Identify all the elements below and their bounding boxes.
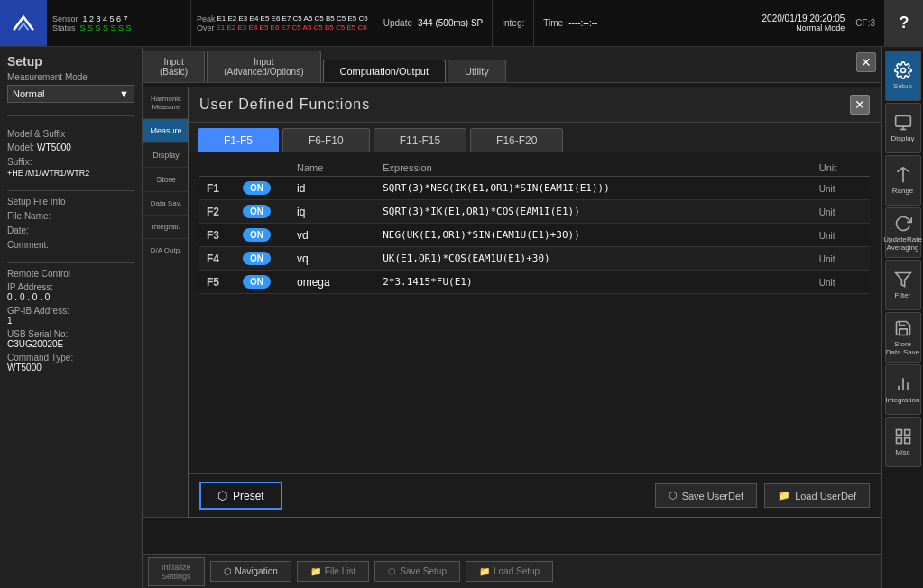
- initialize-button[interactable]: Initialize Settings: [148, 557, 205, 586]
- status-values: S S S S S S S: [80, 23, 132, 32]
- nav-integration[interactable]: Integrati.: [143, 216, 189, 239]
- setup-title: Setup: [7, 54, 134, 69]
- right-btn-store[interactable]: Store Data Save: [885, 312, 921, 363]
- table-row[interactable]: F3 ON vd NEG(UK(E1,OR1)*SIN(EAM1U(E1)+30…: [199, 224, 870, 247]
- preset-label: Preset: [233, 490, 264, 502]
- nav-data-save[interactable]: Data Sav.: [143, 192, 189, 216]
- time-label: Time: [543, 18, 563, 28]
- tab-input-basic[interactable]: Input (Basic): [143, 51, 205, 82]
- modal-tab-f6f10[interactable]: F6-F10: [282, 128, 370, 152]
- remote-control-label: Remote Control: [7, 269, 134, 279]
- table-row[interactable]: F5 ON omega 2*3.1415*FU(E1) Unit: [199, 271, 870, 294]
- fn-name: id: [297, 182, 305, 195]
- nav-icon: ⬡: [224, 566, 232, 576]
- fn-expression: SQRT(3)*IK(E1,OR1)*COS(EAM1I(E1)): [383, 206, 580, 217]
- right-btn-misc[interactable]: Misc: [885, 417, 921, 467]
- udf-modal: User Defined Functions ✕ F1-F5 F6-F10 F1…: [188, 87, 881, 518]
- right-btn-filter-label: Filter: [895, 291, 911, 299]
- fn-label: F1: [207, 182, 219, 195]
- nav-harmonic[interactable]: Harmonic Measure: [143, 87, 189, 119]
- sensor-label: Sensor: [52, 14, 78, 23]
- udf-footer: ⬡ Preset ⬡ Save UserDef 📁 Load UserDef: [189, 473, 881, 517]
- fn-name: vd: [297, 229, 309, 242]
- right-btn-store-label: Store Data Save: [886, 340, 919, 356]
- fn-expression: UK(E1,OR1)*COS(EAM1U(E1)+30): [383, 253, 549, 264]
- file-list-button[interactable]: 📁 File List: [297, 561, 369, 582]
- preset-button[interactable]: ⬡ Preset: [199, 482, 282, 510]
- gpib-label: GP-IB Address:: [7, 306, 134, 316]
- load-userdef-button[interactable]: 📁 Load UserDef: [764, 483, 870, 508]
- right-btn-update-label: UpdateRate Averaging: [883, 235, 922, 252]
- right-btn-update[interactable]: UpdateRate Averaging: [885, 207, 921, 258]
- command-value: WT5000: [7, 363, 134, 372]
- right-btn-setup[interactable]: Setup: [885, 51, 921, 101]
- fn-unit: Unit: [819, 231, 835, 241]
- modal-tab-f16f20[interactable]: F16-F20: [470, 128, 563, 152]
- nav-da-output[interactable]: D/A Outp.: [143, 239, 189, 262]
- tab-computation-output[interactable]: Computation/Output: [323, 60, 446, 82]
- load-label: Load UserDef: [795, 491, 856, 501]
- right-btn-display[interactable]: Display: [885, 103, 921, 153]
- udf-close-button[interactable]: ✕: [850, 95, 870, 115]
- modal-tab-f11f15[interactable]: F11-F15: [374, 128, 466, 152]
- integ-label: Integ:: [502, 18, 524, 28]
- on-badge[interactable]: ON: [243, 275, 271, 289]
- table-row[interactable]: F1 ON id SQRT(3)*NEG(IK(E1,OR1)*SIN(EAM1…: [199, 177, 870, 200]
- table-row[interactable]: F4 ON vq UK(E1,OR1)*COS(EAM1U(E1)+30) Un…: [199, 247, 870, 271]
- save-userdef-button[interactable]: ⬡ Save UserDef: [655, 483, 757, 508]
- save-setup-button[interactable]: ⬡ Save Setup: [374, 561, 460, 582]
- nav-display[interactable]: Display: [143, 143, 189, 168]
- col-unit: Unit: [812, 160, 870, 177]
- right-btn-integration[interactable]: Integration: [885, 364, 921, 415]
- modal-tab-f1f5[interactable]: F1-F5: [198, 128, 279, 152]
- mode: Normal Mode: [762, 23, 845, 32]
- update-info: Update 344 (500ms) SP: [374, 0, 494, 46]
- udf-header: User Defined Functions ✕: [189, 87, 881, 123]
- udf-table-area: Name Expression Unit F1 ON id SQRT(3)*NE…: [189, 152, 881, 473]
- tab-input-advanced[interactable]: Input (Advanced/Options): [207, 51, 320, 82]
- over-label: Over: [197, 23, 215, 32]
- modal-area: Harmonic Measure Measure Display Store D…: [143, 83, 881, 554]
- fn-label: F2: [207, 206, 219, 218]
- on-badge[interactable]: ON: [243, 252, 271, 265]
- integ-info: Integ:: [493, 0, 534, 46]
- right-btn-filter[interactable]: Filter: [885, 260, 921, 310]
- usb-value: C3UG20020E: [7, 339, 134, 349]
- fn-name: omega: [297, 276, 330, 289]
- measurement-mode-select[interactable]: Normal ▼: [7, 85, 134, 103]
- fn-unit: Unit: [819, 207, 835, 217]
- save-setup-label: Save Setup: [400, 566, 447, 576]
- footer-buttons: ⬡ Save UserDef 📁 Load UserDef: [655, 483, 870, 508]
- model-label: Model:: [7, 142, 34, 152]
- peak-values: E1 E2 E3 E4 E5 E6 E7 C5 A5 C5 B5 C5 E5 C…: [217, 14, 368, 23]
- model-suffix-label: Model & Suffix: [7, 129, 134, 139]
- help-button[interactable]: ?: [885, 0, 923, 46]
- right-sidebar: Setup Display Range UpdateRate Averagi: [881, 47, 923, 588]
- suffix-value: +HE /M1/WTR1/WTR2: [7, 169, 134, 178]
- model-value: WT5000: [37, 142, 71, 152]
- fn-unit: Unit: [819, 278, 835, 288]
- nav-measure[interactable]: Measure: [143, 119, 189, 143]
- load-setup-button[interactable]: 📁 Load Setup: [466, 561, 553, 582]
- tab-utility[interactable]: Utility: [448, 60, 506, 82]
- file-icon: 📁: [310, 566, 321, 576]
- right-btn-range[interactable]: Range: [885, 155, 921, 206]
- svg-rect-14: [904, 438, 909, 444]
- time-info: Time ----:--:-- 2020/01/19 20:20:05 Norm…: [534, 0, 885, 46]
- cf-label: CF:3: [855, 18, 875, 28]
- fn-expression: 2*3.1415*FU(E1): [383, 276, 472, 288]
- table-row[interactable]: F2 ON iq SQRT(3)*IK(E1,OR1)*COS(EAM1I(E1…: [199, 200, 870, 224]
- nav-store[interactable]: Store: [143, 168, 189, 192]
- tab-close-button[interactable]: ✕: [856, 52, 876, 72]
- left-sidebar: Setup Measurement Mode Normal ▼ Model & …: [0, 47, 143, 588]
- on-badge[interactable]: ON: [243, 205, 271, 218]
- svg-rect-12: [896, 430, 901, 436]
- on-badge[interactable]: ON: [243, 181, 271, 195]
- udf-title: User Defined Functions: [199, 96, 370, 113]
- udf-table: Name Expression Unit F1 ON id SQRT(3)*NE…: [199, 160, 870, 294]
- save-setup-icon: ⬡: [388, 566, 396, 576]
- svg-point-1: [900, 69, 905, 73]
- navigation-button[interactable]: ⬡ Navigation: [210, 561, 291, 582]
- top-bar: Sensor 1 2 3 4 5 6 7 Status S S S S S S …: [0, 0, 923, 47]
- on-badge[interactable]: ON: [243, 228, 271, 242]
